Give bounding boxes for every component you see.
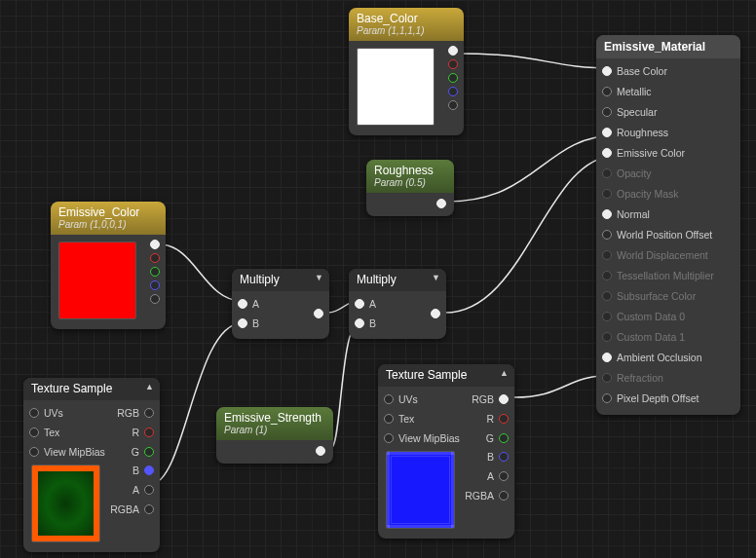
collapse-icon[interactable]: ▲ (145, 382, 154, 391)
node-emissive-strength[interactable]: Emissive_Strength Param (1) (216, 407, 333, 464)
node-title: Roughness (374, 164, 446, 177)
node-base-color[interactable]: Base_Color Param (1,1,1,1) (349, 8, 464, 135)
pin-label: A (487, 470, 494, 482)
pin-cd0[interactable] (602, 312, 612, 321)
pin-label: R (132, 427, 139, 438)
input-pin-b[interactable] (238, 318, 247, 328)
node-header[interactable]: Emissive_Strength Param (1) (216, 407, 333, 440)
pin-opacity[interactable] (602, 168, 612, 178)
texture-preview[interactable] (31, 465, 100, 542)
pin-label: Pixel Depth Offset (617, 392, 699, 404)
output-pin-a[interactable] (499, 471, 509, 481)
output-pin-g[interactable] (448, 73, 458, 83)
input-pin-tex[interactable] (29, 428, 39, 437)
pin-ao[interactable] (602, 353, 612, 362)
expand-icon[interactable]: ▼ (432, 273, 440, 282)
pin-label: UVs (44, 407, 63, 419)
node-body: UVs Tex View MipBias RGB R G B A RGBA (378, 387, 514, 539)
node-header[interactable]: Multiply ▼ (349, 269, 446, 291)
output-pin-r[interactable] (144, 428, 154, 437)
collapse-icon[interactable]: ▲ (500, 368, 509, 378)
node-header[interactable]: Texture Sample ▲ (378, 364, 514, 387)
output-pin-a[interactable] (150, 294, 160, 304)
output-pin[interactable] (436, 199, 446, 208)
output-pin-rgb[interactable] (499, 394, 509, 404)
output-pin-g[interactable] (144, 447, 154, 457)
input-pin-uvs[interactable] (384, 394, 394, 404)
texture-preview[interactable] (386, 451, 455, 529)
pin-emissive[interactable] (602, 148, 612, 158)
output-pin[interactable] (431, 309, 440, 318)
output-pin-a[interactable] (144, 485, 154, 495)
pin-cd1[interactable] (602, 332, 612, 342)
pin-label: Subsurface Color (617, 290, 696, 302)
pin-refraction[interactable] (602, 373, 612, 383)
pin-label: RGBA (465, 490, 494, 502)
input-pin-mip[interactable] (29, 447, 39, 457)
node-header[interactable]: Base_Color Param (1,1,1,1) (349, 8, 464, 41)
pin-opacity-mask[interactable] (602, 189, 612, 199)
output-pin-a[interactable] (448, 100, 458, 110)
pin-normal[interactable] (602, 209, 612, 219)
output-pin-b[interactable] (448, 87, 458, 96)
output-pin-g[interactable] (499, 433, 509, 443)
output-pin-b[interactable] (144, 465, 154, 475)
output-pin-b[interactable] (150, 280, 160, 290)
pin-metallic[interactable] (602, 87, 612, 96)
expand-icon[interactable]: ▼ (315, 273, 323, 282)
output-pin-rgb[interactable] (448, 46, 458, 56)
node-multiply-2[interactable]: Multiply ▼ A B (349, 269, 446, 339)
output-pin-g[interactable] (150, 267, 160, 277)
node-roughness[interactable]: Roughness Param (0.5) (366, 160, 454, 216)
node-texture-sample-1[interactable]: Texture Sample ▲ UVs Tex View MipBias RG… (23, 378, 160, 552)
node-header[interactable]: Multiply ▼ (232, 269, 329, 291)
output-pin-rgb[interactable] (144, 408, 154, 418)
pin-label: Ambient Occlusion (617, 352, 702, 363)
color-preview[interactable] (357, 48, 435, 126)
input-pin-a[interactable] (238, 299, 247, 309)
pin-label-b: B (252, 317, 259, 329)
pin-specular[interactable] (602, 107, 612, 117)
pin-label: View MipBias (398, 432, 460, 444)
pin-tess[interactable] (602, 271, 612, 280)
output-pin-rgba[interactable] (499, 491, 509, 501)
pin-label: G (132, 446, 139, 458)
node-texture-sample-2[interactable]: Texture Sample ▲ UVs Tex View MipBias RG… (378, 364, 514, 539)
output-pin[interactable] (314, 309, 323, 318)
node-multiply-1[interactable]: Multiply ▼ A B (232, 269, 329, 339)
input-pin-a[interactable] (355, 299, 364, 309)
node-title: Texture Sample (386, 368, 507, 382)
pin-base-color[interactable] (602, 66, 612, 76)
output-pin-rgb[interactable] (150, 240, 160, 249)
node-header[interactable]: Emissive_Color Param (1,0,0,1) (51, 202, 166, 235)
node-emissive-color[interactable]: Emissive_Color Param (1,0,0,1) (51, 202, 166, 329)
output-pin-r[interactable] (499, 414, 509, 424)
output-pin[interactable] (316, 446, 325, 456)
pin-label: B (487, 451, 494, 463)
pin-pdo[interactable] (602, 393, 612, 403)
node-header[interactable]: Roughness Param (0.5) (366, 160, 454, 193)
output-pin-b[interactable] (499, 452, 509, 462)
pin-wpo[interactable] (602, 230, 612, 240)
pin-subsurface[interactable] (602, 291, 612, 301)
node-title: Emissive_Color (58, 205, 158, 219)
material-name: Emissive_Material (596, 35, 740, 58)
node-subtitle: Param (1,0,0,1) (58, 219, 158, 230)
input-pin-mip[interactable] (384, 433, 394, 443)
pin-roughness[interactable] (602, 128, 612, 137)
pin-label: World Position Offset (617, 229, 712, 241)
output-pin-rgba[interactable] (144, 504, 154, 514)
input-pin-b[interactable] (355, 318, 364, 328)
pin-world-disp[interactable] (602, 250, 612, 260)
output-pin-r[interactable] (150, 253, 160, 263)
input-pin-tex[interactable] (384, 414, 394, 424)
input-pin-uvs[interactable] (29, 408, 39, 418)
output-pin-r[interactable] (448, 59, 458, 69)
node-body: A B (232, 291, 329, 339)
pin-label: A (132, 484, 139, 496)
pin-label: World Displacement (617, 249, 708, 261)
pin-label: Custom Data 1 (617, 331, 685, 343)
color-preview[interactable] (58, 242, 136, 319)
material-result-node[interactable]: Emissive_Material Base Color Metallic Sp… (596, 35, 740, 415)
node-header[interactable]: Texture Sample ▲ (23, 378, 160, 400)
